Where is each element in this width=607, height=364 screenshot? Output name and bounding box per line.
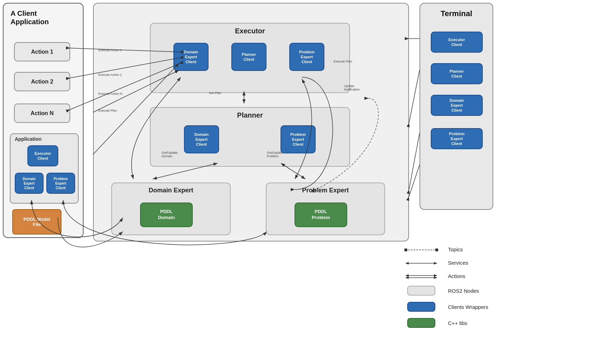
update-notification-label: Update Notification (344, 84, 360, 91)
action-2-box: Action 2 (14, 72, 70, 91)
terminal-title: Terminal (420, 9, 493, 18)
pddl-model-box: PDDL Model File (12, 209, 61, 234)
planner-domain-expert-client: Domain Expert Client (184, 125, 219, 153)
svg-line-22 (409, 70, 420, 123)
diagram-container: PlanSys 2 A ClientApplication Action 1 A… (0, 0, 607, 364)
application-title: Application (15, 136, 41, 142)
execute-action-n-label: Execute Action N (98, 92, 123, 95)
terminal-problem-expert-client: Problem Expert Client (431, 128, 483, 149)
get-update-problem-label: Get/Update Problem (267, 151, 283, 158)
app-executor-client: Executor Client (27, 145, 58, 166)
main-system-box: Executor Domain Expert Client Planner Cl… (93, 3, 409, 241)
legend-cpp: C++ libs (400, 318, 541, 328)
domain-expert-box: Domain Expert PDDL Domain (111, 183, 231, 235)
problem-expert-box: Problem Expert PDDL Problem (266, 183, 385, 235)
svg-line-23 (409, 133, 420, 190)
legend-topics-label: Topics (448, 246, 463, 252)
application-box: Application Executor Client Domain Exper… (10, 133, 79, 204)
executor-planner-client: Planner Client (231, 43, 266, 71)
planner-title: Planner (151, 111, 349, 119)
legend-ros2: ROS2 Nodes (400, 286, 541, 296)
execute-plan-label: Execute Plan (98, 109, 117, 112)
legend-ros2-label: ROS2 Nodes (448, 288, 479, 294)
action-1-box: Action 1 (14, 42, 70, 61)
terminal-box: Terminal Executor Client Planner Client … (420, 3, 493, 210)
execute-action-2-label: Execute Action 2 (98, 73, 122, 77)
action-n-box: Action N (14, 104, 70, 123)
legend-topics: Topics (400, 246, 541, 253)
executor-problem-expert-client: Problem Expert Client (289, 43, 324, 71)
planner-problem-expert-client: Problem Expert Client (281, 125, 316, 153)
execute-plan-right-label: Execute Plan (334, 60, 352, 63)
terminal-planner-client: Planner Client (431, 63, 483, 84)
legend-clients-label: Clients Wrappers (448, 304, 488, 310)
terminal-executor-client: Executor Client (431, 32, 483, 53)
problem-expert-title: Problem Expert (266, 187, 384, 194)
legend-services-label: Services (448, 260, 468, 266)
client-app-box: A ClientApplication Action 1 Action 2 Ac… (3, 3, 84, 238)
legend-cpp-label: C++ libs (448, 320, 467, 326)
legend-services: Services (400, 259, 541, 266)
app-domain-expert-client: Domain Expert Client (15, 173, 44, 194)
client-app-title: A ClientApplication (11, 9, 49, 26)
legend-container: Topics Services (400, 246, 541, 334)
domain-expert-title: Domain Expert (112, 187, 230, 194)
pddl-problem-box: PDDL Problem (295, 203, 347, 227)
execute-action-1-label: Execute Action 1 (98, 48, 122, 52)
terminal-domain-expert-client: Domain Expert Client (431, 95, 483, 116)
get-plan-label: Get Plan (209, 91, 221, 95)
legend-actions: Actions (400, 272, 541, 279)
planner-box: Planner Domain Expert Client Problem Exp… (150, 107, 350, 167)
app-problem-expert-client: Problem Expert Client (46, 173, 75, 194)
get-update-domain-label: Get/Update Domain (161, 151, 178, 158)
svg-line-24 (409, 165, 420, 197)
executor-domain-expert-client: Domain Expert Client (173, 43, 209, 71)
svg-rect-27 (435, 249, 438, 251)
executor-title: Executor (151, 27, 349, 35)
legend-clients: Clients Wrappers (400, 302, 541, 312)
legend-actions-label: Actions (448, 273, 465, 279)
executor-box: Executor Domain Expert Client Planner Cl… (150, 23, 350, 93)
pddl-domain-box: PDDL Domain (140, 203, 193, 227)
svg-rect-25 (404, 249, 407, 251)
